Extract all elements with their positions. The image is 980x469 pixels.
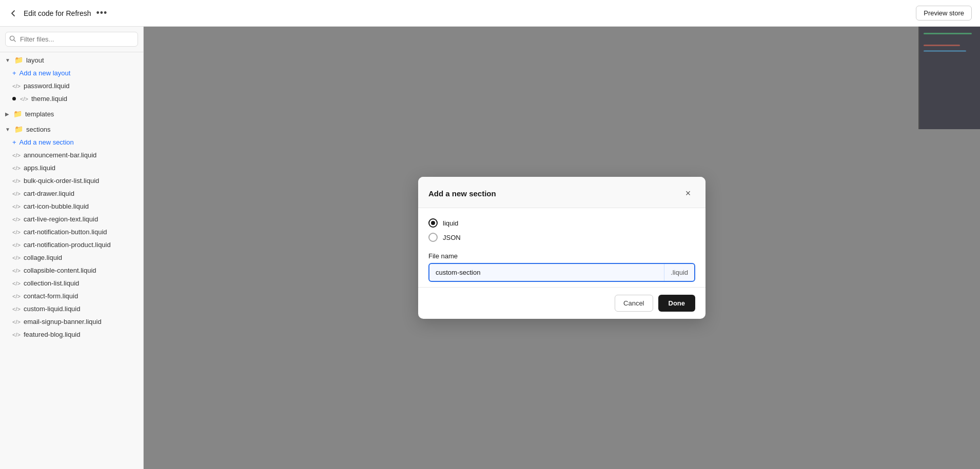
file-bulk-quick-order[interactable]: </> bulk-quick-order-list.liquid — [0, 174, 143, 187]
code-icon: </> — [12, 242, 21, 248]
chevron-down-icon: ▼ — [5, 57, 10, 63]
file-custom-liquid[interactable]: </> custom-liquid.liquid — [0, 302, 143, 315]
file-contact-form[interactable]: </> contact-form.liquid — [0, 290, 143, 302]
file-apps-label: apps.liquid — [24, 164, 55, 172]
code-icon: </> — [12, 178, 21, 184]
modal-add-section: Add a new section × liquid JSON — [418, 177, 705, 319]
add-layout-link[interactable]: + Add a new layout — [0, 67, 143, 79]
file-password-label: password.liquid — [24, 82, 70, 90]
file-name-label: File name — [428, 252, 695, 260]
file-cart-notification-product-label: cart-notification-product.liquid — [24, 241, 111, 249]
header-left: Edit code for Refresh ••• — [8, 8, 107, 18]
header-title: Edit code for Refresh — [24, 9, 91, 17]
chevron-right-icon: ▶ — [5, 111, 9, 117]
file-cart-drawer-label: cart-drawer.liquid — [24, 190, 74, 197]
folder-icon: 📁 — [14, 125, 23, 133]
back-icon[interactable] — [8, 8, 18, 18]
templates-section: ▶ 📁 templates — [0, 106, 143, 121]
file-cart-notification-product[interactable]: </> cart-notification-product.liquid — [0, 238, 143, 251]
sidebar: ▼ 📁 layout + Add a new layout </> passwo… — [0, 27, 144, 469]
code-icon: </> — [12, 203, 21, 210]
sections-section: ▼ 📁 sections + Add a new section </> ann… — [0, 121, 143, 342]
code-icon: </> — [12, 332, 21, 338]
code-icon: </> — [12, 191, 21, 197]
radio-circle-liquid — [428, 218, 438, 228]
code-icon: </> — [12, 268, 21, 274]
radio-circle-json — [428, 233, 438, 242]
folder-layout-label: layout — [26, 56, 44, 64]
modal-title: Add a new section — [428, 189, 496, 198]
file-theme-liquid[interactable]: </> theme.liquid — [0, 92, 143, 105]
file-email-signup-banner[interactable]: </> email-signup-banner.liquid — [0, 315, 143, 328]
folder-sections[interactable]: ▼ 📁 sections — [0, 123, 143, 136]
file-featured-blog-label: featured-blog.liquid — [24, 331, 81, 338]
code-icon: </> — [12, 229, 21, 235]
layout-section: ▼ 📁 layout + Add a new layout </> passwo… — [0, 52, 143, 106]
folder-templates[interactable]: ▶ 📁 templates — [0, 107, 143, 120]
file-theme-label: theme.liquid — [31, 95, 67, 103]
folder-templates-label: templates — [25, 110, 54, 118]
add-section-label: Add a new section — [19, 138, 74, 146]
file-email-signup-banner-label: email-signup-banner.liquid — [24, 318, 102, 325]
plus-icon: + — [12, 138, 16, 146]
code-icon: </> — [12, 306, 21, 312]
file-cart-live-region-text[interactable]: </> cart-live-region-text.liquid — [0, 213, 143, 226]
add-section-link[interactable]: + Add a new section — [0, 136, 143, 149]
modal-close-button[interactable]: × — [681, 186, 695, 200]
filter-icon — [9, 35, 16, 44]
file-type-radio-group: liquid JSON — [428, 218, 695, 242]
file-collection-list[interactable]: </> collection-list.liquid — [0, 277, 143, 290]
code-icon: </> — [12, 255, 21, 261]
file-cart-notification-button[interactable]: </> cart-notification-button.liquid — [0, 226, 143, 238]
folder-icon: 📁 — [13, 110, 22, 118]
file-collage-label: collage.liquid — [24, 254, 62, 261]
code-icon: </> — [12, 165, 21, 171]
file-announcement-bar-label: announcement-bar.liquid — [24, 151, 96, 159]
file-cart-notification-button-label: cart-notification-button.liquid — [24, 228, 107, 236]
modal-overlay: Add a new section × liquid JSON — [144, 27, 980, 469]
radio-liquid[interactable]: liquid — [428, 218, 695, 228]
preview-store-button[interactable]: Preview store — [916, 6, 972, 21]
code-icon: </> — [12, 319, 21, 325]
more-icon[interactable]: ••• — [96, 8, 108, 18]
main-layout: ▼ 📁 layout + Add a new layout </> passwo… — [0, 27, 980, 469]
file-name-field: File name .liquid — [428, 252, 695, 282]
file-password-liquid[interactable]: </> password.liquid — [0, 79, 143, 92]
folder-layout[interactable]: ▼ 📁 layout — [0, 53, 143, 67]
code-icon: </> — [20, 96, 28, 102]
filename-input[interactable] — [429, 264, 664, 281]
radio-json[interactable]: JSON — [428, 233, 695, 242]
file-custom-liquid-label: custom-liquid.liquid — [24, 305, 81, 313]
file-cart-drawer[interactable]: </> cart-drawer.liquid — [0, 187, 143, 200]
filter-input-wrap — [0, 27, 143, 52]
file-announcement-bar[interactable]: </> announcement-bar.liquid — [0, 149, 143, 161]
file-cart-icon-bubble-label: cart-icon-bubble.liquid — [24, 202, 89, 210]
filter-input[interactable] — [5, 32, 138, 47]
modal-body: liquid JSON File name .liquid — [418, 208, 705, 287]
file-collapsible-content[interactable]: </> collapsible-content.liquid — [0, 264, 143, 277]
filter-input-wrapper — [5, 32, 138, 47]
cancel-button[interactable]: Cancel — [615, 295, 653, 312]
folder-icon: 📁 — [14, 56, 23, 64]
modal-header: Add a new section × — [418, 177, 705, 208]
content-area: Add a new section × liquid JSON — [144, 27, 980, 469]
file-collage[interactable]: </> collage.liquid — [0, 251, 143, 264]
code-icon: </> — [12, 152, 21, 158]
header: Edit code for Refresh ••• Preview store — [0, 0, 980, 27]
filename-input-wrap: .liquid — [428, 263, 695, 282]
modal-footer: Cancel Done — [418, 287, 705, 319]
svg-line-1 — [14, 39, 15, 41]
file-collapsible-content-label: collapsible-content.liquid — [24, 267, 96, 274]
filename-suffix: .liquid — [664, 264, 694, 281]
done-button[interactable]: Done — [658, 295, 696, 312]
radio-json-label: JSON — [443, 234, 461, 241]
file-collection-list-label: collection-list.liquid — [24, 279, 79, 287]
file-featured-blog[interactable]: </> featured-blog.liquid — [0, 328, 143, 341]
file-cart-live-region-text-label: cart-live-region-text.liquid — [24, 215, 98, 223]
folder-sections-label: sections — [26, 126, 51, 133]
file-apps[interactable]: </> apps.liquid — [0, 161, 143, 174]
file-bulk-quick-order-label: bulk-quick-order-list.liquid — [24, 177, 99, 185]
file-cart-icon-bubble[interactable]: </> cart-icon-bubble.liquid — [0, 200, 143, 213]
modified-dot — [12, 97, 16, 100]
code-icon: </> — [12, 216, 21, 222]
